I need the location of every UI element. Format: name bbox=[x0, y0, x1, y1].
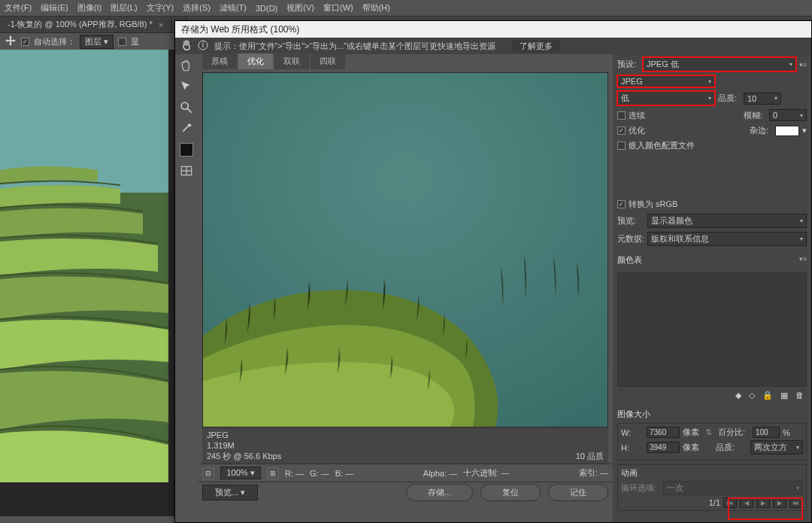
percent-label: 百分比: bbox=[718, 427, 750, 438]
zoom-in-button[interactable]: ⊞ bbox=[267, 467, 279, 479]
menu-type[interactable]: 文字(Y) bbox=[147, 2, 174, 14]
image-preview[interactable] bbox=[202, 72, 608, 427]
tab-optimized[interactable]: 优化 bbox=[238, 53, 273, 69]
width-input[interactable] bbox=[647, 427, 680, 438]
close-icon[interactable]: × bbox=[159, 20, 163, 29]
toggle-slices-icon[interactable] bbox=[180, 164, 193, 178]
tab-original[interactable]: 原稿 bbox=[202, 53, 237, 69]
image-size-label: 图像大小 bbox=[617, 409, 807, 420]
convert-srgb-label: 转换为 sRGB bbox=[629, 199, 677, 210]
slice-select-tool[interactable] bbox=[180, 80, 193, 93]
height-input[interactable] bbox=[647, 442, 680, 453]
info-size: 1.319M bbox=[207, 440, 281, 451]
matte-swatch[interactable] bbox=[775, 126, 799, 136]
options-bar: 自动选择： 图层 ▾ 显 bbox=[0, 33, 174, 50]
metadata-select[interactable]: 版权和联系信息▾ bbox=[647, 232, 807, 246]
convert-srgb-checkbox[interactable] bbox=[617, 200, 626, 208]
zoom-out-button[interactable]: ⊟ bbox=[202, 467, 214, 479]
loop-select: 一次▾ bbox=[663, 481, 803, 495]
tip-bar: i 提示：使用“文件”>“导出”>“导出为...”或右键单击某个图层可更快速地导… bbox=[175, 38, 811, 54]
save-button[interactable]: 存储... bbox=[406, 484, 473, 501]
dialog-title: 存储为 Web 所用格式 (100%) bbox=[175, 21, 811, 38]
readout-r: R: — bbox=[285, 469, 304, 478]
browser-preview-button[interactable]: 预览... ▾ bbox=[202, 485, 258, 500]
dialog-tool-strip bbox=[175, 54, 198, 522]
ct-tool-3[interactable]: 🔒 bbox=[762, 391, 773, 400]
menu-filter[interactable]: 滤镜(T) bbox=[220, 2, 247, 14]
eyedropper-tool[interactable] bbox=[180, 122, 193, 135]
info-quality: 10 品质 bbox=[576, 451, 604, 461]
preview-info: JPEG 1.319M 245 秒 @ 56.6 Kbps 10 品质 bbox=[202, 427, 608, 464]
menu-select[interactable]: 选择(S) bbox=[183, 2, 211, 14]
preset-menu-icon[interactable]: ▾≡ bbox=[799, 61, 807, 68]
quality-preset-select[interactable]: 低▾ bbox=[617, 91, 715, 105]
play-button[interactable]: ▶ bbox=[756, 497, 770, 508]
embed-profile-checkbox[interactable] bbox=[617, 141, 626, 150]
show-transform-checkbox[interactable] bbox=[118, 38, 126, 46]
frame-counter: 1/1 bbox=[709, 498, 720, 507]
menu-edit[interactable]: 编辑(E) bbox=[41, 2, 68, 14]
readout-b: B: — bbox=[335, 469, 353, 478]
format-select[interactable]: JPEG▾ bbox=[617, 75, 715, 87]
menu-3d[interactable]: 3D(D) bbox=[256, 4, 277, 13]
matte-label: 杂边: bbox=[750, 125, 772, 136]
preview-tabs: 原稿 优化 双联 四联 bbox=[198, 54, 613, 69]
color-table-menu-icon[interactable]: ▾≡ bbox=[799, 255, 807, 263]
preview-select[interactable]: 显示器颜色▾ bbox=[647, 214, 807, 228]
color-table-tools: ◆ ◇ 🔒 ▦ 🗑 bbox=[617, 388, 807, 403]
readout-hex: 十六进制: — bbox=[463, 467, 509, 479]
next-frame-button[interactable]: ▶ bbox=[773, 497, 786, 508]
preset-select[interactable]: JPEG 低▾ bbox=[643, 57, 796, 71]
learn-more-button[interactable]: 了解更多 bbox=[512, 40, 560, 53]
optimized-checkbox[interactable] bbox=[617, 126, 626, 135]
menu-view[interactable]: 视图(V) bbox=[286, 2, 314, 14]
pct-label: % bbox=[783, 428, 790, 437]
progressive-checkbox[interactable] bbox=[617, 111, 626, 120]
tab-4up[interactable]: 四联 bbox=[311, 53, 345, 69]
ct-tool-trash[interactable]: 🗑 bbox=[795, 391, 804, 400]
blur-label: 模糊: bbox=[744, 110, 766, 121]
reset-button[interactable]: 复位 bbox=[480, 484, 541, 501]
menu-layer[interactable]: 图层(L) bbox=[111, 2, 137, 14]
last-frame-button[interactable]: ⏭ bbox=[789, 497, 803, 508]
document-tab[interactable]: -1-恢复的 @ 100% (APP推荐, RGB/8) *× bbox=[0, 17, 171, 32]
remember-button[interactable]: 记住 bbox=[548, 484, 608, 501]
ct-tool-2[interactable]: ◇ bbox=[749, 391, 755, 400]
animation-label: 动画 bbox=[621, 467, 803, 479]
readout-index: 索引: — bbox=[579, 467, 608, 479]
ct-tool-1[interactable]: ◆ bbox=[735, 391, 741, 400]
eyedropper-color-swatch[interactable] bbox=[180, 143, 193, 157]
settings-panel: 预设: JPEG 低▾ ▾≡ JPEG▾ 低▾ 品质: 10▾ 连续 模糊: 0… bbox=[613, 54, 811, 522]
hand-tool[interactable] bbox=[180, 59, 193, 72]
resample-quality-select[interactable]: 两次立方▾ bbox=[750, 440, 803, 455]
auto-select-label: 自动选择： bbox=[34, 36, 75, 47]
menu-image[interactable]: 图像(I) bbox=[77, 2, 102, 14]
preview-select-label: 预览: bbox=[617, 215, 644, 227]
w-label: W: bbox=[621, 428, 644, 437]
percent-input[interactable] bbox=[753, 427, 780, 438]
menu-help[interactable]: 帮助(H) bbox=[362, 2, 390, 14]
progressive-label: 连续 bbox=[629, 110, 645, 121]
save-for-web-dialog: 存储为 Web 所用格式 (100%) i 提示：使用“文件”>“导出”>“导出… bbox=[174, 20, 812, 523]
document-canvas[interactable] bbox=[0, 50, 174, 516]
link-icon[interactable]: ⇅ bbox=[705, 427, 712, 437]
loop-label: 循环选项: bbox=[621, 482, 660, 494]
ct-tool-4[interactable]: ▦ bbox=[780, 391, 788, 400]
prev-frame-button[interactable]: ◀ bbox=[740, 497, 753, 508]
hand-tool-icon[interactable] bbox=[181, 40, 192, 52]
quality-value[interactable]: 10▾ bbox=[744, 93, 781, 105]
zoom-tool[interactable] bbox=[180, 101, 193, 114]
readout-alpha: Alpha: — bbox=[423, 469, 457, 478]
menu-file[interactable]: 文件(F) bbox=[5, 2, 32, 14]
px-label-1: 像素 bbox=[683, 427, 699, 438]
tab-2up[interactable]: 双联 bbox=[274, 53, 309, 69]
readout-g: G: — bbox=[310, 469, 329, 478]
auto-select-checkbox[interactable] bbox=[21, 38, 29, 46]
info-time: 245 秒 @ 56.6 Kbps bbox=[207, 451, 281, 461]
first-frame-button[interactable]: ⏮ bbox=[723, 497, 737, 508]
auto-select-target[interactable]: 图层 ▾ bbox=[80, 35, 114, 49]
blur-value[interactable]: 0▾ bbox=[769, 109, 807, 121]
zoom-select[interactable]: 100% ▾ bbox=[220, 467, 261, 479]
menu-window[interactable]: 窗口(W) bbox=[323, 2, 353, 14]
h-label: H: bbox=[621, 443, 644, 452]
